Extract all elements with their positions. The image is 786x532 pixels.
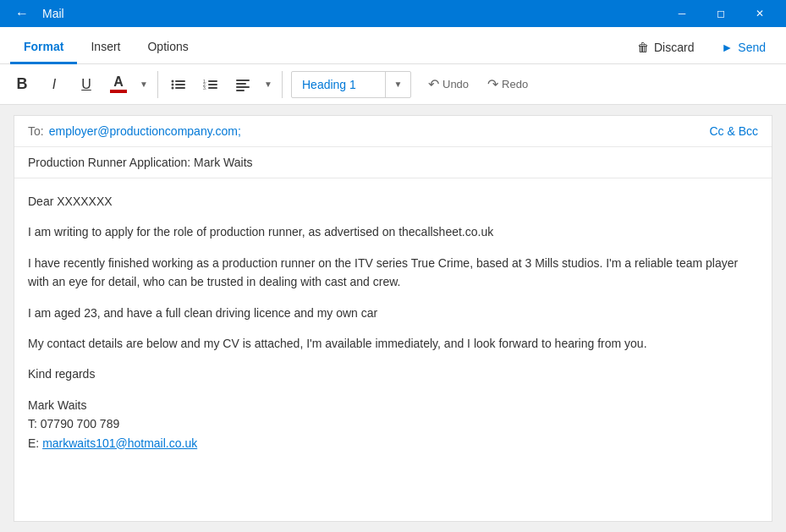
svg-rect-5 <box>175 87 185 89</box>
align-button[interactable] <box>228 69 258 100</box>
greeting: Dear XXXXXXX <box>28 192 758 211</box>
closing: Kind regards <box>28 365 758 383</box>
unordered-list-icon <box>170 76 187 93</box>
sender-name: Mark Waits T: 07790 700 789 E: markwaits… <box>28 396 758 452</box>
tab-format[interactable]: Format <box>10 31 77 64</box>
tab-options[interactable]: Options <box>134 31 201 64</box>
app-title: Mail <box>42 7 64 20</box>
svg-point-4 <box>172 86 174 89</box>
underline-button[interactable]: U <box>71 69 102 100</box>
title-bar: ← Mail ─ ◻ ✕ <box>0 0 786 27</box>
svg-rect-14 <box>236 86 250 88</box>
para4: My contact details are below and my CV i… <box>28 334 758 353</box>
discard-button[interactable]: 🗑 Discard <box>627 36 704 58</box>
send-button[interactable]: ► Send <box>711 36 776 58</box>
heading-value: Heading 1 <box>292 78 385 91</box>
to-label: To: <box>28 124 44 138</box>
ribbon-actions: 🗑 Discard ► Send <box>627 36 776 63</box>
font-color-button[interactable]: A <box>103 69 134 100</box>
undo-redo-group: ↶ Undo ↷ Redo <box>420 73 536 96</box>
subject-field[interactable]: Production Runner Application: Mark Wait… <box>14 147 772 178</box>
bold-button[interactable]: B <box>7 69 37 100</box>
ribbon-tabs: Format Insert Options 🗑 Discard ► Send <box>0 27 786 64</box>
svg-rect-11 <box>208 87 217 89</box>
font-format-dropdown[interactable]: ▼ <box>135 69 152 100</box>
svg-text:3.: 3. <box>203 85 206 90</box>
svg-rect-3 <box>175 84 185 85</box>
align-dropdown[interactable]: ▼ <box>260 69 277 100</box>
unordered-list-button[interactable] <box>163 69 194 100</box>
separator-2 <box>282 71 283 98</box>
sender-email-link[interactable]: markwaits101@hotmail.co.uk <box>42 436 197 450</box>
email-compose-area: To: employer@productioncompany.com; Cc &… <box>14 115 772 522</box>
font-color-letter: A <box>113 75 124 89</box>
undo-icon: ↶ <box>428 76 439 92</box>
to-address[interactable]: employer@productioncompany.com; <box>49 124 241 138</box>
align-icon <box>234 76 251 93</box>
email-body[interactable]: Dear XXXXXXX I am writing to apply for t… <box>14 178 772 478</box>
svg-rect-9 <box>208 84 217 85</box>
svg-point-0 <box>172 80 174 82</box>
heading-selector[interactable]: Heading 1 ▼ <box>291 71 411 98</box>
svg-rect-7 <box>208 80 217 82</box>
trash-icon: 🗑 <box>637 41 649 54</box>
font-color-bar <box>110 90 127 93</box>
svg-rect-12 <box>236 80 250 81</box>
svg-rect-1 <box>175 80 185 82</box>
tab-insert[interactable]: Insert <box>77 31 134 64</box>
close-button[interactable]: ✕ <box>740 0 779 27</box>
toolbar: B I U A ▼ 1. 2. 3. <box>0 64 786 105</box>
undo-button[interactable]: ↶ Undo <box>420 73 477 96</box>
svg-rect-13 <box>236 83 246 85</box>
heading-dropdown[interactable]: ▼ <box>385 72 410 97</box>
redo-button[interactable]: ↷ Redo <box>479 73 536 96</box>
back-button[interactable]: ← <box>10 2 34 25</box>
restore-button[interactable]: ◻ <box>701 0 740 27</box>
cc-bcc-button[interactable]: Cc & Bcc <box>709 124 758 138</box>
para3: I am aged 23, and have a full clean driv… <box>28 304 758 322</box>
send-icon: ► <box>721 41 733 54</box>
ordered-list-icon: 1. 2. 3. <box>202 76 219 93</box>
subject-text: Production Runner Application: Mark Wait… <box>28 156 253 169</box>
svg-rect-15 <box>236 90 245 91</box>
italic-button[interactable]: I <box>39 69 69 100</box>
para2: I have recently finished working as a pr… <box>28 254 758 292</box>
para1: I am writing to apply for the role of pr… <box>28 222 758 241</box>
redo-icon: ↷ <box>487 76 498 92</box>
to-field: To: employer@productioncompany.com; Cc &… <box>14 116 772 147</box>
ordered-list-button[interactable]: 1. 2. 3. <box>195 69 226 100</box>
window-controls: ─ ◻ ✕ <box>662 0 779 27</box>
svg-point-2 <box>172 83 174 85</box>
separator-1 <box>157 71 158 98</box>
minimize-button[interactable]: ─ <box>662 0 701 27</box>
